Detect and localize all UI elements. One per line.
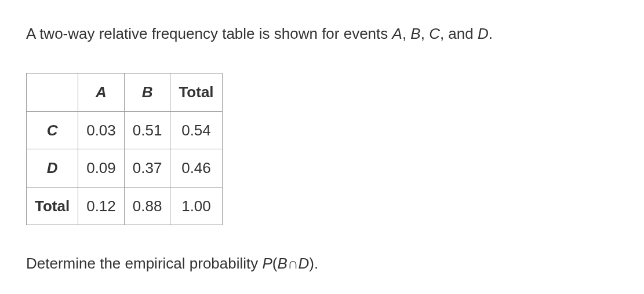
cell-d-total: 0.46: [170, 149, 222, 187]
intro-sep3: , and: [440, 25, 478, 42]
intro-sep1: ,: [402, 25, 410, 42]
question-text: Determine the empirical probability P(B∩…: [26, 253, 618, 274]
table-row-d: D 0.09 0.37 0.46: [27, 149, 223, 187]
intro-sep2: ,: [421, 25, 429, 42]
cell-total-total: 1.00: [170, 187, 222, 225]
cell-d-b: 0.37: [124, 149, 170, 187]
cell-c-a: 0.03: [78, 111, 125, 149]
row-header-total: Total: [27, 187, 78, 225]
col-header-total: Total: [170, 74, 222, 111]
intro-prefix: A two-way relative frequency table is sh…: [26, 25, 392, 42]
event-d: D: [478, 25, 489, 42]
event-b: B: [410, 25, 420, 42]
empty-corner-cell: [27, 74, 78, 111]
row-header-d: D: [27, 149, 78, 187]
col-header-a: A: [78, 74, 125, 111]
intersect-symbol: ∩: [288, 255, 299, 272]
cell-total-b: 0.88: [124, 187, 170, 225]
question-suffix: .: [314, 255, 318, 272]
col-header-b: B: [124, 74, 170, 111]
cell-d-a: 0.09: [78, 149, 125, 187]
paren-close: ): [309, 255, 314, 272]
paren-open: (: [272, 255, 278, 272]
q-event-b: B: [278, 255, 288, 272]
q-event-d: D: [299, 255, 310, 272]
intro-text: A two-way relative frequency table is sh…: [26, 23, 618, 44]
table-row-total: Total 0.12 0.88 1.00: [27, 187, 223, 225]
event-c: C: [429, 25, 440, 42]
row-header-c: C: [27, 111, 78, 149]
table-header-row: A B Total: [27, 74, 223, 111]
frequency-table: A B Total C 0.03 0.51 0.54 D 0.09 0.37 0…: [26, 73, 223, 225]
table-row-c: C 0.03 0.51 0.54: [27, 111, 223, 149]
cell-c-total: 0.54: [170, 111, 222, 149]
cell-c-b: 0.51: [124, 111, 170, 149]
cell-total-a: 0.12: [78, 187, 125, 225]
event-a: A: [392, 25, 402, 42]
p-letter: P: [263, 255, 272, 272]
question-prefix: Determine the empirical probability: [26, 255, 263, 272]
intro-suffix: .: [489, 25, 493, 42]
